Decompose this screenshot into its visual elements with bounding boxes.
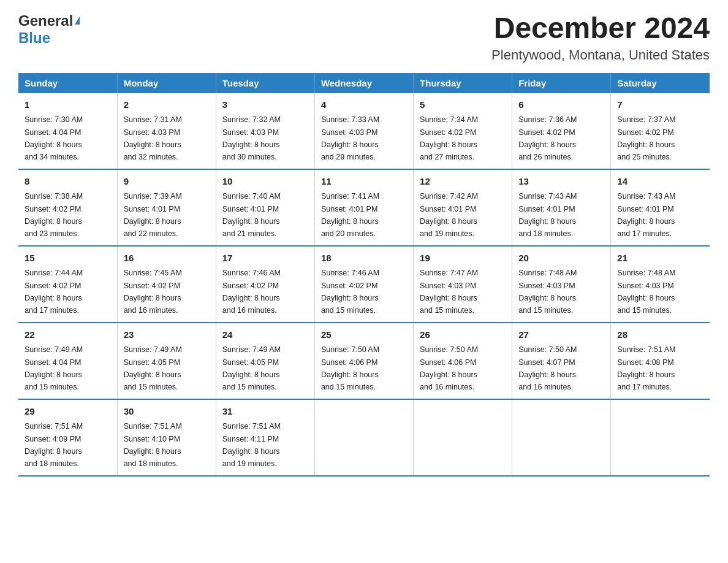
day-number: 3 — [222, 98, 308, 112]
day-detail: Sunrise: 7:51 AMSunset: 4:09 PMDaylight:… — [25, 422, 83, 468]
day-number: 11 — [321, 175, 407, 189]
calendar-cell: 28Sunrise: 7:51 AMSunset: 4:08 PMDayligh… — [611, 323, 710, 399]
calendar-cell: 18Sunrise: 7:46 AMSunset: 4:02 PMDayligh… — [314, 246, 413, 323]
title-block: December 2024 Plentywood, Montana, Unite… — [491, 12, 710, 63]
day-detail: Sunrise: 7:49 AMSunset: 4:04 PMDaylight:… — [25, 345, 83, 391]
calendar-header-tuesday: Tuesday — [216, 73, 314, 93]
day-number: 21 — [617, 251, 703, 266]
day-number: 2 — [124, 98, 210, 112]
day-detail: Sunrise: 7:30 AMSunset: 4:04 PMDaylight:… — [25, 115, 83, 161]
calendar-cell: 12Sunrise: 7:42 AMSunset: 4:01 PMDayligh… — [414, 169, 512, 246]
day-detail: Sunrise: 7:42 AMSunset: 4:01 PMDaylight:… — [420, 192, 478, 238]
day-detail: Sunrise: 7:33 AMSunset: 4:03 PMDaylight:… — [321, 115, 379, 161]
calendar-cell: 25Sunrise: 7:50 AMSunset: 4:06 PMDayligh… — [314, 323, 413, 399]
calendar-cell — [314, 399, 413, 476]
page-subtitle: Plentywood, Montana, United States — [491, 47, 710, 63]
day-detail: Sunrise: 7:48 AMSunset: 4:03 PMDaylight:… — [518, 269, 577, 315]
calendar-cell: 27Sunrise: 7:50 AMSunset: 4:07 PMDayligh… — [512, 323, 611, 399]
day-number: 6 — [518, 98, 604, 112]
day-number: 20 — [518, 251, 604, 266]
day-number: 16 — [124, 251, 210, 266]
day-number: 23 — [124, 328, 210, 342]
calendar-cell — [611, 399, 710, 476]
calendar-cell: 8Sunrise: 7:38 AMSunset: 4:02 PMDaylight… — [18, 169, 117, 246]
day-number: 17 — [222, 251, 308, 266]
day-detail: Sunrise: 7:51 AMSunset: 4:08 PMDaylight:… — [617, 345, 675, 391]
calendar-cell: 10Sunrise: 7:40 AMSunset: 4:01 PMDayligh… — [216, 169, 314, 246]
day-number: 31 — [222, 405, 308, 419]
calendar-header-wednesday: Wednesday — [314, 73, 413, 93]
calendar-cell: 13Sunrise: 7:43 AMSunset: 4:01 PMDayligh… — [512, 169, 611, 246]
day-number: 18 — [321, 251, 407, 266]
day-number: 25 — [321, 328, 407, 342]
day-detail: Sunrise: 7:47 AMSunset: 4:03 PMDaylight:… — [420, 269, 478, 315]
page-header: General Blue December 2024 Plentywood, M… — [18, 12, 710, 63]
day-number: 14 — [617, 175, 703, 189]
day-detail: Sunrise: 7:36 AMSunset: 4:02 PMDaylight:… — [518, 115, 577, 161]
calendar-header-row: SundayMondayTuesdayWednesdayThursdayFrid… — [18, 73, 710, 93]
calendar-cell: 30Sunrise: 7:51 AMSunset: 4:10 PMDayligh… — [117, 399, 216, 476]
calendar-header-sunday: Sunday — [18, 73, 117, 93]
calendar-week-row: 22Sunrise: 7:49 AMSunset: 4:04 PMDayligh… — [18, 323, 710, 399]
calendar-cell: 24Sunrise: 7:49 AMSunset: 4:05 PMDayligh… — [216, 323, 314, 399]
day-number: 30 — [124, 405, 210, 419]
calendar-cell: 15Sunrise: 7:44 AMSunset: 4:02 PMDayligh… — [18, 246, 117, 323]
day-number: 22 — [25, 328, 111, 342]
calendar-table: SundayMondayTuesdayWednesdayThursdayFrid… — [18, 73, 710, 477]
day-number: 9 — [124, 175, 210, 189]
calendar-cell: 2Sunrise: 7:31 AMSunset: 4:03 PMDaylight… — [117, 93, 216, 169]
calendar-week-row: 8Sunrise: 7:38 AMSunset: 4:02 PMDaylight… — [18, 169, 710, 246]
day-detail: Sunrise: 7:50 AMSunset: 4:06 PMDaylight:… — [420, 345, 478, 391]
day-number: 26 — [420, 328, 506, 342]
day-number: 28 — [617, 328, 703, 342]
calendar-cell: 22Sunrise: 7:49 AMSunset: 4:04 PMDayligh… — [18, 323, 117, 399]
page-title: December 2024 — [491, 12, 710, 45]
calendar-week-row: 15Sunrise: 7:44 AMSunset: 4:02 PMDayligh… — [18, 246, 710, 323]
day-number: 5 — [420, 98, 506, 112]
day-number: 13 — [518, 175, 604, 189]
day-number: 7 — [617, 98, 703, 112]
calendar-cell: 20Sunrise: 7:48 AMSunset: 4:03 PMDayligh… — [512, 246, 611, 323]
day-detail: Sunrise: 7:48 AMSunset: 4:03 PMDaylight:… — [617, 269, 675, 315]
calendar-header-monday: Monday — [117, 73, 216, 93]
day-detail: Sunrise: 7:38 AMSunset: 4:02 PMDaylight:… — [25, 192, 83, 238]
calendar-cell — [414, 399, 512, 476]
day-number: 12 — [420, 175, 506, 189]
calendar-cell: 4Sunrise: 7:33 AMSunset: 4:03 PMDaylight… — [314, 93, 413, 169]
logo-triangle-icon — [75, 17, 80, 25]
calendar-week-row: 1Sunrise: 7:30 AMSunset: 4:04 PMDaylight… — [18, 93, 710, 169]
calendar-cell: 21Sunrise: 7:48 AMSunset: 4:03 PMDayligh… — [611, 246, 710, 323]
day-detail: Sunrise: 7:46 AMSunset: 4:02 PMDaylight:… — [222, 269, 281, 315]
day-detail: Sunrise: 7:41 AMSunset: 4:01 PMDaylight:… — [321, 192, 379, 238]
calendar-cell: 31Sunrise: 7:51 AMSunset: 4:11 PMDayligh… — [216, 399, 314, 476]
calendar-cell — [512, 399, 611, 476]
day-number: 4 — [321, 98, 407, 112]
logo-general: General — [18, 12, 80, 29]
day-number: 19 — [420, 251, 506, 266]
day-detail: Sunrise: 7:39 AMSunset: 4:01 PMDaylight:… — [124, 192, 182, 238]
day-detail: Sunrise: 7:40 AMSunset: 4:01 PMDaylight:… — [222, 192, 281, 238]
day-number: 29 — [25, 405, 111, 419]
calendar-cell: 14Sunrise: 7:43 AMSunset: 4:01 PMDayligh… — [611, 169, 710, 246]
calendar-cell: 26Sunrise: 7:50 AMSunset: 4:06 PMDayligh… — [414, 323, 512, 399]
day-detail: Sunrise: 7:50 AMSunset: 4:06 PMDaylight:… — [321, 345, 379, 391]
logo-general-text: General — [18, 12, 73, 29]
day-detail: Sunrise: 7:46 AMSunset: 4:02 PMDaylight:… — [321, 269, 379, 315]
day-detail: Sunrise: 7:51 AMSunset: 4:10 PMDaylight:… — [124, 422, 182, 468]
calendar-cell: 7Sunrise: 7:37 AMSunset: 4:02 PMDaylight… — [611, 93, 710, 169]
day-number: 27 — [518, 328, 604, 342]
day-number: 15 — [25, 251, 111, 266]
day-detail: Sunrise: 7:45 AMSunset: 4:02 PMDaylight:… — [124, 269, 182, 315]
day-number: 24 — [222, 328, 308, 342]
calendar-header-friday: Friday — [512, 73, 611, 93]
day-number: 1 — [25, 98, 111, 112]
day-detail: Sunrise: 7:31 AMSunset: 4:03 PMDaylight:… — [124, 115, 182, 161]
calendar-cell: 23Sunrise: 7:49 AMSunset: 4:05 PMDayligh… — [117, 323, 216, 399]
calendar-cell: 1Sunrise: 7:30 AMSunset: 4:04 PMDaylight… — [18, 93, 117, 169]
day-detail: Sunrise: 7:43 AMSunset: 4:01 PMDaylight:… — [617, 192, 675, 238]
calendar-cell: 16Sunrise: 7:45 AMSunset: 4:02 PMDayligh… — [117, 246, 216, 323]
day-number: 10 — [222, 175, 308, 189]
day-detail: Sunrise: 7:51 AMSunset: 4:11 PMDaylight:… — [222, 422, 281, 468]
calendar-header-thursday: Thursday — [414, 73, 512, 93]
day-detail: Sunrise: 7:50 AMSunset: 4:07 PMDaylight:… — [518, 345, 577, 391]
